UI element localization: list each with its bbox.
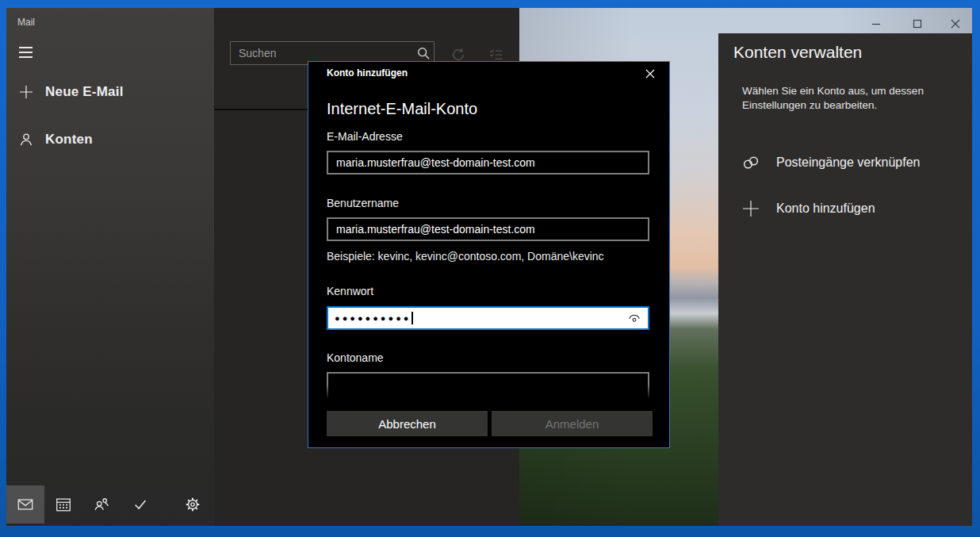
maximize-button[interactable]: [905, 14, 929, 33]
sign-in-button-label: Anmelden: [546, 417, 599, 431]
dialog-close-button[interactable]: [642, 66, 658, 82]
navigation-sidebar: Mail Neue E-Mail Konten: [6, 8, 214, 526]
link-inboxes-button[interactable]: Posteingänge verknüpfen: [741, 151, 920, 175]
email-label: E-Mail-Adresse: [327, 130, 403, 143]
plus-icon: [741, 198, 761, 219]
add-account-dialog: Konto hinzufügen Internet-E-Mail-Konto E…: [308, 61, 670, 448]
close-icon: [951, 19, 960, 29]
mail-app-window: Mail Neue E-Mail Konten: [6, 8, 972, 526]
plus-icon: [17, 83, 35, 101]
username-helper-text: Beispiele: kevinc, kevinc@contoso.com, D…: [327, 250, 604, 263]
calendar-tab[interactable]: [44, 485, 82, 524]
accountname-label: Kontoname: [327, 351, 384, 364]
settings-tab[interactable]: [174, 485, 212, 524]
panel-title: Konten verwalten: [733, 43, 862, 62]
minimize-icon: [871, 19, 881, 29]
hamburger-menu-button[interactable]: [19, 47, 33, 58]
close-icon: [645, 69, 655, 79]
password-masked-value: ●●●●●●●●●●: [335, 308, 411, 328]
link-icon: [741, 152, 761, 173]
people-icon: [93, 496, 110, 513]
todo-tab[interactable]: [121, 485, 159, 524]
dialog-heading: Internet-E-Mail-Konto: [327, 100, 477, 118]
manage-accounts-panel: Konten verwalten Wählen Sie ein Konto au…: [718, 33, 972, 526]
new-email-button[interactable]: Neue E-Mail: [17, 79, 124, 105]
bottom-navigation: [6, 485, 214, 524]
desktop-frame: Mail Neue E-Mail Konten: [0, 0, 980, 537]
password-field[interactable]: ●●●●●●●●●●: [327, 306, 649, 330]
add-account-button[interactable]: Konto hinzufügen: [741, 197, 875, 221]
password-label: Kennwort: [327, 285, 373, 297]
cancel-button[interactable]: Abbrechen: [327, 411, 488, 436]
username-field[interactable]: [327, 217, 649, 241]
sync-icon: [450, 47, 466, 63]
accounts-label: Konten: [45, 132, 93, 148]
person-icon: [17, 131, 35, 148]
search-input[interactable]: [231, 47, 413, 59]
maximize-icon: [913, 19, 922, 29]
window-caption-buttons: [863, 14, 967, 33]
people-tab[interactable]: [82, 485, 121, 524]
sign-in-button-disabled[interactable]: Anmelden: [492, 411, 653, 436]
email-field[interactable]: [327, 151, 649, 175]
panel-description: Wählen Sie ein Konto aus, um dessen Eins…: [742, 84, 934, 113]
accountname-field[interactable]: [327, 372, 649, 401]
mail-tab[interactable]: [6, 485, 44, 524]
cancel-button-label: Abbrechen: [378, 417, 436, 431]
settings-gear-icon: [184, 496, 201, 513]
username-label: Benutzername: [327, 197, 399, 209]
new-email-label: Neue E-Mail: [45, 84, 124, 100]
calendar-icon: [55, 496, 72, 513]
reveal-password-icon[interactable]: [627, 311, 641, 325]
link-inboxes-label: Posteingänge verknüpfen: [776, 155, 920, 170]
minimize-button[interactable]: [864, 14, 888, 33]
multiselect-icon: [488, 47, 504, 63]
dialog-title: Konto hinzufügen: [327, 67, 408, 79]
mail-icon: [17, 496, 34, 513]
add-account-label: Konto hinzufügen: [776, 201, 875, 216]
close-window-button[interactable]: [944, 14, 967, 33]
accounts-menu-item[interactable]: Konten: [17, 126, 93, 153]
todo-check-icon: [132, 496, 149, 513]
app-title: Mail: [17, 17, 35, 28]
text-cursor: [412, 312, 413, 324]
accountname-field-clipped: [327, 372, 649, 401]
